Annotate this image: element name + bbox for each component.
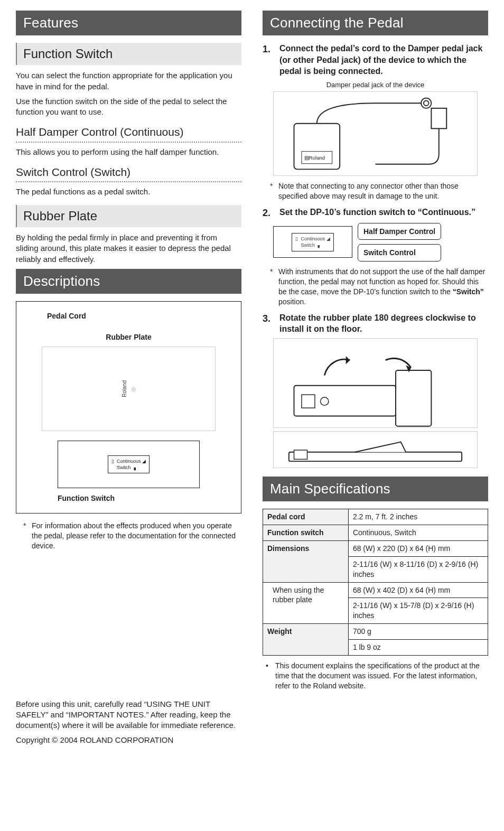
callout-switch-control: Switch Control: [358, 244, 441, 262]
spec-func-switch-v: Continuous, Switch: [348, 525, 488, 541]
half-damper-text: This allows you to perform using the hal…: [16, 147, 241, 157]
spec-weight-h: Weight: [263, 624, 349, 656]
table-row: Function switch Continuous, Switch: [263, 525, 488, 541]
spec-footnote-text: This document explains the specification…: [275, 661, 488, 691]
svg-rect-7: [302, 395, 315, 408]
function-switch-heading: Function Switch: [16, 43, 241, 65]
half-damper-heading: Half Damper Control (Continuous): [16, 125, 241, 142]
spec-pedal-cord-v: 2.2 m, 7 ft. 2 inches: [348, 509, 488, 525]
brand-mark: Roland: [121, 380, 128, 397]
table-row: Weight 700 g: [263, 624, 488, 640]
spec-dim-rubber-v2: 2-11/16 (W) x 15-7/8 (D) x 2-9/16 (H) in…: [348, 598, 488, 624]
asterisk-icon: *: [23, 521, 29, 551]
safety-text: Before using this unit, carefully read “…: [16, 699, 241, 731]
svg-rect-13: [294, 450, 307, 459]
switch-control-text: The pedal functions as a pedal switch.: [16, 186, 241, 197]
switch-illustration: ▯ Continuous ◢ Switch ▗: [108, 455, 150, 473]
svg-point-4: [424, 101, 429, 106]
copyright-text: Copyright © 2004 ROLAND CORPORATION: [16, 735, 241, 745]
specs-table: Pedal cord 2.2 m, 7 ft. 2 inches Functio…: [263, 509, 488, 656]
function-switch-text-1: You can select the function appropriate …: [16, 70, 241, 92]
descriptions-note-text: For information about the effects produc…: [32, 521, 241, 551]
svg-rect-5: [431, 108, 446, 129]
table-row: When using the rubber plate 68 (W) x 402…: [263, 582, 488, 598]
descriptions-heading: Descriptions: [16, 269, 241, 294]
svg-marker-10: [346, 356, 350, 364]
spec-dim-v1: 68 (W) x 220 (D) x 64 (H) mm: [348, 540, 488, 556]
features-heading: Features: [16, 11, 241, 35]
svg-rect-9: [396, 370, 431, 426]
step-2-text: Set the DP-10’s function switch to “Cont…: [279, 207, 488, 219]
table-row: Dimensions 68 (W) x 220 (D) x 64 (H) mm: [263, 540, 488, 556]
descriptions-note: * For information about the effects prod…: [23, 521, 241, 551]
spec-footnote: • This document explains the specificati…: [266, 661, 488, 691]
descriptions-diagram: Pedal Cord Rubber Plate Roland ◎ ▯ Conti…: [16, 301, 241, 513]
svg-rect-12: [289, 452, 462, 461]
spec-weight-v1: 700 g: [348, 624, 488, 640]
switch-note: * With instruments that do not support t…: [270, 267, 488, 307]
spec-dim-rubber-v1: 68 (W) x 402 (D) x 64 (H) mm: [348, 582, 488, 598]
jack-caption: Damper pedal jack of the device: [263, 80, 488, 90]
pedal-top-illustration: Roland ◎: [42, 347, 216, 431]
svg-point-8: [321, 397, 329, 405]
switch-callout-diagram: ▯ Continuous ◢ Switch ▗ Half Damper Cont…: [273, 223, 488, 262]
function-switch-text-2: Use the function switch on the side of t…: [16, 96, 241, 118]
spec-dim-h: Dimensions: [263, 540, 349, 582]
asterisk-icon: *: [270, 181, 275, 201]
switch-control-heading: Switch Control (Switch): [16, 165, 241, 182]
spec-dim-rubber-h: When using the rubber plate: [263, 582, 349, 624]
pedal-side-illustration: ▯ Continuous ◢ Switch ▗: [58, 441, 200, 488]
connection-illustration: ▤Roland: [273, 91, 478, 176]
connecting-heading: Connecting the Pedal: [263, 11, 488, 35]
label-rubber-plate: Rubber Plate: [106, 332, 151, 342]
svg-text:▤Roland: ▤Roland: [304, 155, 325, 161]
table-row: Pedal cord 2.2 m, 7 ft. 2 inches: [263, 509, 488, 525]
connection-note: * Note that connecting to any connector …: [270, 181, 488, 201]
spec-pedal-cord-h: Pedal cord: [263, 509, 349, 525]
label-function-switch: Function Switch: [58, 493, 231, 503]
label-pedal-cord: Pedal Cord: [47, 311, 231, 321]
asterisk-icon: *: [270, 267, 275, 307]
connection-note-text: Note that connecting to any connector ot…: [278, 181, 488, 201]
switch-side-illustration: ▯ Continuous ◢ Switch ▗: [273, 226, 352, 258]
spec-func-switch-h: Function switch: [263, 525, 349, 541]
callout-half-damper: Half Damper Control: [358, 223, 441, 240]
rotate-illustration: [273, 338, 478, 428]
rubber-plate-text: By holding the pedal firmly in place and…: [16, 232, 241, 265]
switch-note-text: With instruments that do not support the…: [278, 267, 488, 307]
spec-weight-v2: 1 lb 9 oz: [348, 640, 488, 656]
installed-illustration: [273, 431, 478, 468]
spec-dim-v2: 2-11/16 (W) x 8-11/16 (D) x 2-9/16 (H) i…: [348, 556, 488, 582]
step-1-text: Connect the pedal’s cord to the Damper p…: [279, 43, 488, 77]
bullet-icon: •: [266, 661, 271, 691]
rubber-plate-heading: Rubber Plate: [16, 205, 241, 227]
step-3-text: Rotate the rubber plate 180 degrees cloc…: [279, 312, 488, 335]
specs-heading: Main Specifications: [263, 477, 488, 501]
